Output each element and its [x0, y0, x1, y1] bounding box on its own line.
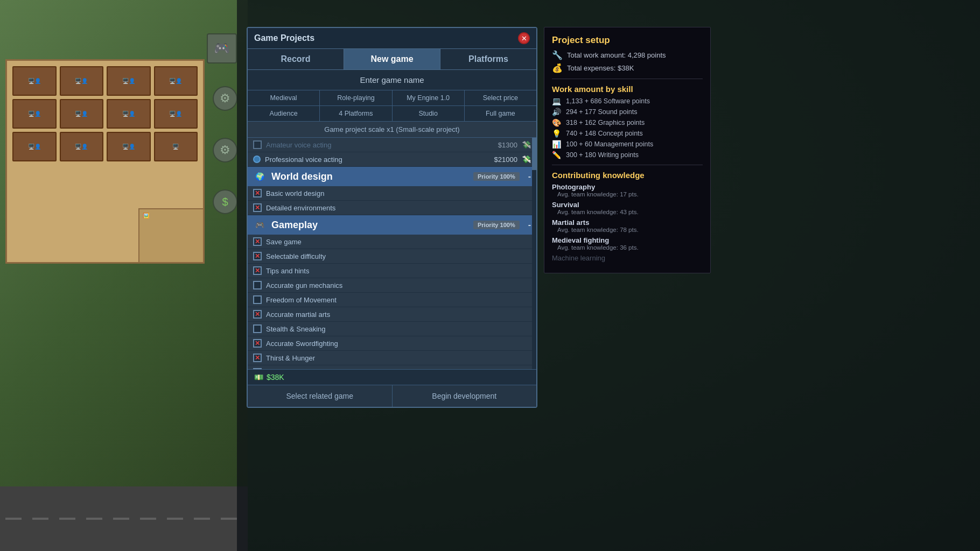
- scrollbar[interactable]: [532, 138, 536, 369]
- studio-button[interactable]: Studio: [393, 106, 465, 121]
- contributing-title: Contributing knowledge: [552, 171, 703, 180]
- checkbox-multiplayer[interactable]: [253, 368, 262, 369]
- world-design-label: World design: [271, 171, 333, 182]
- checkbox-accurate-sword[interactable]: ✕: [253, 339, 262, 348]
- platforms-button[interactable]: 4 Platforms: [320, 106, 392, 121]
- world-design-collapse[interactable]: -: [528, 172, 531, 181]
- world-design-priority[interactable]: Priority 100%: [473, 172, 520, 181]
- checkbox-save-game[interactable]: ✕: [253, 237, 262, 246]
- right-panel: Project setup 🔧 Total work amount: 4,298…: [544, 27, 711, 273]
- list-item[interactable]: ✕ Accurate Swordfighting: [248, 336, 536, 351]
- gameplay-icon: 🎮: [253, 218, 266, 231]
- scale-bar: Game project scale x1 (Small-scale proje…: [248, 122, 536, 138]
- checkbox-tips-hints[interactable]: ✕: [253, 266, 262, 275]
- tab-new-game[interactable]: New game: [344, 49, 440, 69]
- list-item[interactable]: ✕ Selectable difficulty: [248, 249, 536, 264]
- skill-graphics: 🎨 318 + 162 Graphics points: [552, 118, 703, 127]
- contrib-martial-arts: Martial arts Avg. team knowledge: 78 pts…: [552, 218, 703, 233]
- dialog-titlebar: Game Projects ✕: [248, 28, 536, 49]
- checkbox-detailed-env[interactable]: ✕: [253, 203, 262, 212]
- engine-button[interactable]: My Engine 1.0: [393, 90, 465, 105]
- divider-2: [552, 165, 703, 165]
- wrench-icon: 🔧: [552, 50, 563, 60]
- config-row-1: Medieval Role-playing My Engine 1.0 Sele…: [248, 90, 536, 106]
- tab-bar: Record New game Platforms: [248, 49, 536, 70]
- gameplay-priority[interactable]: Priority 100%: [473, 221, 520, 229]
- cost-bar: 💵 $38K: [248, 369, 536, 385]
- total-work-label: Total work amount: 4,298 points: [567, 51, 666, 59]
- contrib-medieval-fighting: Medieval fighting Avg. team knowledge: 3…: [552, 236, 703, 251]
- checkbox-accurate-gun[interactable]: [253, 281, 262, 289]
- genre-button[interactable]: Medieval: [248, 90, 320, 105]
- project-setup-title: Project setup: [552, 35, 703, 46]
- list-item[interactable]: ✕ Accurate martial arts: [248, 307, 536, 322]
- list-item[interactable]: ✕ Detailed environments: [248, 201, 536, 215]
- divider-1: [552, 79, 703, 79]
- martial-arts-name: Martial arts: [552, 218, 703, 227]
- controller-icon[interactable]: 🎮: [207, 33, 237, 63]
- checkbox-basic-world[interactable]: ✕: [253, 189, 262, 197]
- checkbox-thirst-hunger[interactable]: ✕: [253, 354, 262, 362]
- world-design-icon: 🌍: [253, 170, 266, 183]
- money-icon: 💰: [552, 63, 563, 73]
- photography-name: Photography: [552, 183, 703, 191]
- list-item[interactable]: ✕ Thirst & Hunger: [248, 351, 536, 365]
- writing-label: 300 + 180 Writing points: [566, 151, 639, 159]
- photography-sub: Avg. team knowledge: 17 pts.: [552, 191, 703, 197]
- work-skill-title: Work amount by skill: [552, 84, 703, 94]
- checkbox-selectable-difficulty[interactable]: ✕: [253, 252, 262, 260]
- game-projects-dialog: Game Projects ✕ Record New game Platform…: [247, 27, 537, 408]
- gameplay-collapse[interactable]: -: [528, 220, 531, 230]
- writing-icon: ✏️: [552, 151, 562, 159]
- select-related-button[interactable]: Select related game: [248, 385, 393, 407]
- martial-arts-sub: Avg. team knowledge: 78 pts.: [552, 227, 703, 233]
- list-item[interactable]: Multiplayer: [248, 365, 536, 369]
- skill-writing: ✏️ 300 + 180 Writing points: [552, 151, 703, 159]
- list-item[interactable]: Professional voice acting $21000 💸: [248, 152, 536, 167]
- graphics-label: 318 + 162 Graphics points: [566, 119, 645, 126]
- checkbox-stealth[interactable]: [253, 324, 262, 333]
- list-item[interactable]: Stealth & Sneaking: [248, 322, 536, 336]
- close-button[interactable]: ✕: [518, 32, 530, 44]
- sound-icon: 🔊: [552, 108, 562, 116]
- survival-name: Survival: [552, 201, 703, 209]
- full-game-button[interactable]: Full game: [465, 106, 536, 121]
- skill-sound: 🔊 294 + 177 Sound points: [552, 108, 703, 116]
- radio-professional-voice[interactable]: [253, 156, 261, 163]
- contrib-machine-learning: Machine learning: [552, 254, 703, 262]
- dialog-title: Game Projects: [254, 33, 314, 43]
- machine-learning-name: Machine learning: [552, 254, 703, 262]
- checkbox-freedom-movement[interactable]: [253, 295, 262, 304]
- feature-list[interactable]: Amateur voice acting $1300 💸 Professiona…: [248, 138, 536, 369]
- total-work-row: 🔧 Total work amount: 4,298 points: [552, 50, 703, 60]
- skill-management: 📊 100 + 60 Management points: [552, 140, 703, 149]
- gameplay-header[interactable]: 🎮 Gameplay Priority 100% -: [248, 215, 536, 235]
- gear-icon-2[interactable]: ⚙: [213, 138, 237, 163]
- gear-icon-1[interactable]: ⚙: [213, 86, 237, 111]
- game-name-input[interactable]: Enter game name: [248, 70, 536, 90]
- type-button[interactable]: Role-playing: [320, 90, 392, 105]
- list-item[interactable]: ✕ Tips and hints: [248, 264, 536, 278]
- list-item[interactable]: Amateur voice acting $1300 💸: [248, 138, 536, 152]
- tab-record[interactable]: Record: [248, 49, 344, 69]
- skill-concept: 💡 740 + 148 Concept points: [552, 129, 703, 138]
- total-expenses-label: Total expenses: $38K: [567, 64, 634, 72]
- list-item[interactable]: ✕ Basic world design: [248, 186, 536, 201]
- scrollbar-thumb[interactable]: [532, 138, 536, 170]
- audience-button[interactable]: Audience: [248, 106, 320, 121]
- skill-software: 💻 1,133 + 686 Software points: [552, 97, 703, 105]
- list-item[interactable]: ✕ Save game: [248, 235, 536, 249]
- price-button[interactable]: Select price: [465, 90, 536, 105]
- management-icon: 📊: [552, 140, 562, 149]
- list-item[interactable]: Freedom of Movement: [248, 293, 536, 307]
- checkbox-amateur-voice[interactable]: [253, 140, 262, 149]
- list-item[interactable]: Accurate gun mechanics: [248, 278, 536, 293]
- checkbox-accurate-martial[interactable]: ✕: [253, 310, 262, 319]
- begin-development-button[interactable]: Begin development: [393, 385, 537, 407]
- cost-value: $38K: [267, 373, 284, 382]
- office-floor: 🖥️👤 🖥️👤 🖥️👤 🖥️👤 🖥️👤 🖥️👤 🖥️👤 🖥️👤 🖥️👤 🖥️👤 …: [0, 0, 248, 551]
- tab-platforms[interactable]: Platforms: [440, 49, 536, 69]
- world-design-header[interactable]: 🌍 World design Priority 100% -: [248, 167, 536, 186]
- concept-icon: 💡: [552, 129, 562, 138]
- management-label: 100 + 60 Management points: [566, 140, 653, 148]
